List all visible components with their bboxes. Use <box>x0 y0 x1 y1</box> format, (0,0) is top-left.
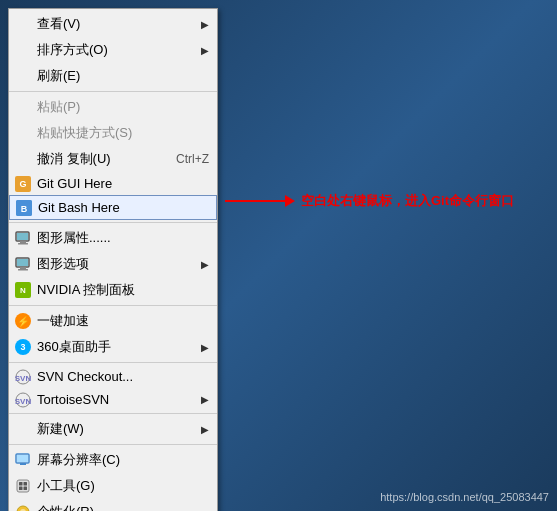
svg-rect-4 <box>18 243 28 245</box>
menu-label: 撤消 复制(U) <box>37 150 111 168</box>
tools-icon <box>13 476 33 496</box>
desktop: 查看(V) ▶ 排序方式(O) ▶ 刷新(E) 粘贴(P) 粘贴快捷方式(S) … <box>0 0 557 511</box>
svg-rect-18 <box>19 482 23 486</box>
submenu-arrow-icon: ▶ <box>201 394 209 405</box>
resolution-icon <box>13 450 33 470</box>
menu-item-resolution[interactable]: 屏幕分辨率(C) <box>9 447 217 473</box>
menu-label: 小工具(G) <box>37 477 95 495</box>
separator <box>9 413 217 414</box>
separator <box>9 91 217 92</box>
menu-label: 图形属性...... <box>37 229 111 247</box>
watermark: https://blog.csdn.net/qq_25083447 <box>380 491 549 503</box>
menu-item-svn-checkout[interactable]: SVN SVN Checkout... <box>9 365 217 388</box>
separator <box>9 362 217 363</box>
shortcut-label: Ctrl+Z <box>176 152 209 166</box>
menu-item-git-bash[interactable]: B Git Bash Here <box>9 195 217 220</box>
separator <box>9 222 217 223</box>
submenu-arrow-icon: ▶ <box>201 45 209 56</box>
menu-label: 刷新(E) <box>37 67 80 85</box>
context-menu: 查看(V) ▶ 排序方式(O) ▶ 刷新(E) 粘贴(P) 粘贴快捷方式(S) … <box>8 8 218 511</box>
display-prop-icon <box>13 228 33 248</box>
separator <box>9 305 217 306</box>
svg-rect-19 <box>24 482 28 486</box>
arrow-head-icon <box>285 195 295 207</box>
menu-item-sort[interactable]: 排序方式(O) ▶ <box>9 37 217 63</box>
menu-label: 粘贴(P) <box>37 98 80 116</box>
menu-label: 360桌面助手 <box>37 338 111 356</box>
svg-rect-8 <box>18 269 28 271</box>
menu-item-nvidia[interactable]: N NVIDIA 控制面板 <box>9 277 217 303</box>
submenu-arrow-icon: ▶ <box>201 424 209 435</box>
menu-item-display-opt[interactable]: 图形选项 ▶ <box>9 251 217 277</box>
submenu-arrow-icon: ▶ <box>201 259 209 270</box>
menu-label: 图形选项 <box>37 255 89 273</box>
annotation-text: 空白处右键鼠标，进入Git命令行窗口 <box>301 192 514 210</box>
svg-rect-9 <box>17 259 28 266</box>
personalize-icon <box>13 502 33 511</box>
menu-label: NVIDIA 控制面板 <box>37 281 135 299</box>
menu-item-360[interactable]: 3 360桌面助手 ▶ <box>9 334 217 360</box>
menu-item-accel[interactable]: ⚡ 一键加速 <box>9 308 217 334</box>
menu-item-new[interactable]: 新建(W) ▶ <box>9 416 217 442</box>
svg-rect-17 <box>17 480 29 492</box>
tortoise-svn-icon: SVN <box>13 390 33 410</box>
menu-label: Git GUI Here <box>37 176 112 191</box>
menu-item-undo-copy[interactable]: 撤消 复制(U) Ctrl+Z <box>9 146 217 172</box>
menu-item-refresh[interactable]: 刷新(E) <box>9 63 217 89</box>
svg-rect-15 <box>20 463 26 465</box>
svg-rect-7 <box>20 267 26 269</box>
svg-rect-21 <box>24 487 28 491</box>
menu-item-paste-shortcut[interactable]: 粘贴快捷方式(S) <box>9 120 217 146</box>
svg-text:SVN: SVN <box>15 396 31 405</box>
menu-label: SVN Checkout... <box>37 369 133 384</box>
menu-label: 粘贴快捷方式(S) <box>37 124 132 142</box>
menu-label: 新建(W) <box>37 420 84 438</box>
git-bash-icon: B <box>14 198 34 218</box>
menu-item-paste[interactable]: 粘贴(P) <box>9 94 217 120</box>
submenu-arrow-icon: ▶ <box>201 342 209 353</box>
git-gui-icon: G <box>13 174 33 194</box>
menu-item-tortoise-svn[interactable]: SVN TortoiseSVN ▶ <box>9 388 217 411</box>
menu-label: 屏幕分辨率(C) <box>37 451 120 469</box>
svg-text:B: B <box>21 204 28 214</box>
menu-label: 排序方式(O) <box>37 41 108 59</box>
svg-rect-16 <box>17 455 28 462</box>
menu-label: 查看(V) <box>37 15 80 33</box>
svg-rect-20 <box>19 487 23 491</box>
menu-item-git-gui[interactable]: G Git GUI Here <box>9 172 217 195</box>
menu-label: 个性化(R) <box>37 503 94 511</box>
menu-item-view[interactable]: 查看(V) ▶ <box>9 11 217 37</box>
svg-rect-5 <box>17 233 28 240</box>
svg-text:SVN: SVN <box>15 373 31 382</box>
menu-item-personalize[interactable]: 个性化(R) <box>9 499 217 511</box>
menu-label: Git Bash Here <box>38 200 120 215</box>
menu-item-tools[interactable]: 小工具(G) <box>9 473 217 499</box>
separator <box>9 444 217 445</box>
svg-rect-3 <box>20 241 26 243</box>
360-icon: 3 <box>13 337 33 357</box>
accel-icon: ⚡ <box>13 311 33 331</box>
menu-label: TortoiseSVN <box>37 392 109 407</box>
menu-label: 一键加速 <box>37 312 89 330</box>
display-opt-icon <box>13 254 33 274</box>
annotation-arrow: 空白处右键鼠标，进入Git命令行窗口 <box>225 192 514 210</box>
nvidia-icon: N <box>13 280 33 300</box>
menu-item-display-prop[interactable]: 图形属性...... <box>9 225 217 251</box>
submenu-arrow-icon: ▶ <box>201 19 209 30</box>
svn-checkout-icon: SVN <box>13 367 33 387</box>
arrow-line <box>225 200 285 202</box>
